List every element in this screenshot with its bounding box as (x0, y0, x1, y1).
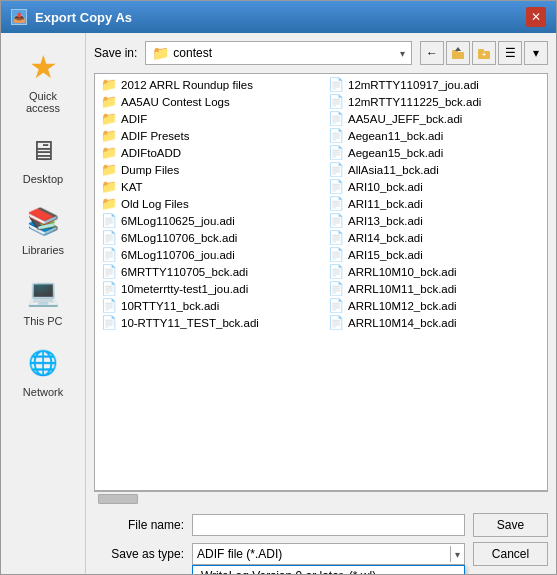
list-item[interactable]: 📄ARRL10M11_bck.adi (322, 280, 547, 297)
list-item[interactable]: 📄10meterrtty-test1_jou.adi (95, 280, 320, 297)
list-item[interactable]: 📄12mRTTY110917_jou.adi (322, 76, 547, 93)
document-icon: 📄 (328, 145, 344, 160)
list-item[interactable]: 📄6MLog110706_bck.adi (95, 229, 320, 246)
list-item[interactable]: 📁AA5AU Contest Logs (95, 93, 320, 110)
document-icon: 📄 (328, 264, 344, 279)
dialog-window: 📤 Export Copy As ✕ ★ Quick access 🖥 Desk… (0, 0, 557, 575)
file-name-text: ARRL10M11_bck.adi (348, 283, 457, 295)
list-item[interactable]: 📄Aegean15_bck.adi (322, 144, 547, 161)
file-name-text: ARRL10M10_bck.adi (348, 266, 457, 278)
file-name-text: 12mRTTY111225_bck.adi (348, 96, 481, 108)
list-item[interactable]: 📄12mRTTY111225_bck.adi (322, 93, 547, 110)
cancel-button-container: Cancel (473, 542, 548, 566)
list-item[interactable]: 📄10RTTY11_bck.adi (95, 297, 320, 314)
list-item[interactable]: 📄ARI14_bck.adi (322, 229, 547, 246)
list-item[interactable]: 📄ARI13_bck.adi (322, 212, 547, 229)
folder-icon: 📁 (101, 128, 117, 143)
title-bar: 📤 Export Copy As ✕ (1, 1, 556, 33)
dropdown-option[interactable]: WriteLog Version 9 or later. (*.wl) (193, 566, 464, 574)
list-item[interactable]: 📄Aegean11_bck.adi (322, 127, 547, 144)
dialog-body: ★ Quick access 🖥 Desktop 📚 Libraries 💻 (1, 33, 556, 574)
file-name-text: ADIFtoADD (121, 147, 181, 159)
file-name-label: File name: (94, 518, 184, 532)
list-item[interactable]: 📁Old Log Files (95, 195, 320, 212)
dropdown-arrow-icon: ▾ (450, 546, 460, 562)
list-item[interactable]: 📄AllAsia11_bck.adi (322, 161, 547, 178)
cancel-button[interactable]: Cancel (473, 542, 548, 566)
svg-rect-0 (452, 52, 464, 59)
file-name-input[interactable] (192, 514, 465, 536)
document-icon: 📄 (328, 281, 344, 296)
list-item[interactable]: 📄ARRL10M10_bck.adi (322, 263, 547, 280)
save-as-type-popup: WriteLog Version 9 or later. (*.wl)ADIF … (192, 565, 465, 574)
save-as-type-container: ADIF file (*.ADI) ▾ WriteLog Version 9 o… (192, 543, 465, 565)
sidebar-item-this-pc[interactable]: 💻 This PC (3, 266, 83, 333)
save-in-dropdown[interactable]: 📁 contest ▾ (145, 41, 412, 65)
folder-icon: 📁 (101, 145, 117, 160)
file-name-text: ARRL10M12_bck.adi (348, 300, 457, 312)
network-icon: 🌐 (23, 343, 63, 383)
list-item[interactable]: 📁Dump Files (95, 161, 320, 178)
sidebar-item-libraries[interactable]: 📚 Libraries (3, 195, 83, 262)
view-button[interactable]: ☰ (498, 41, 522, 65)
folder-icon: 📁 (101, 111, 117, 126)
file-name-text: AA5AU Contest Logs (121, 96, 230, 108)
sidebar-item-desktop[interactable]: 🖥 Desktop (3, 124, 83, 191)
save-in-row: Save in: 📁 contest ▾ ← (94, 41, 548, 65)
file-name-text: ARI10_bck.adi (348, 181, 423, 193)
list-item[interactable]: 📄ARI10_bck.adi (322, 178, 547, 195)
save-button[interactable]: Save (473, 513, 548, 537)
document-icon: 📄 (328, 179, 344, 194)
file-name-text: 6MLog110625_jou.adi (121, 215, 235, 227)
file-name-text: 6MLog110706_jou.adi (121, 249, 235, 261)
save-in-value: contest (173, 46, 396, 60)
view-options-button[interactable]: ▾ (524, 41, 548, 65)
sidebar-item-network[interactable]: 🌐 Network (3, 337, 83, 404)
list-item[interactable]: 📄AA5AU_JEFF_bck.adi (322, 110, 547, 127)
sidebar-label-libraries: Libraries (22, 244, 64, 256)
list-item[interactable]: 📄ARRL10M12_bck.adi (322, 297, 547, 314)
save-as-type-label: Save as type: (94, 547, 184, 561)
up-folder-icon (451, 46, 465, 60)
scroll-thumb[interactable] (98, 494, 138, 504)
title-bar-left: 📤 Export Copy As (11, 9, 132, 25)
star-icon: ★ (23, 47, 63, 87)
file-name-text: ADIF Presets (121, 130, 189, 142)
document-icon: 📄 (101, 315, 117, 330)
list-item[interactable]: 📁2012 ARRL Roundup files (95, 76, 320, 93)
list-item[interactable]: 📄10-RTTY11_TEST_bck.adi (95, 314, 320, 331)
file-name-text: AllAsia11_bck.adi (348, 164, 439, 176)
up-button[interactable] (446, 41, 470, 65)
horizontal-scrollbar[interactable] (94, 491, 548, 505)
right-file-column[interactable]: 📄12mRTTY110917_jou.adi📄12mRTTY111225_bck… (322, 74, 547, 490)
document-icon: 📄 (328, 230, 344, 245)
list-item[interactable]: 📁ADIF (95, 110, 320, 127)
new-folder-button[interactable]: + (472, 41, 496, 65)
list-item[interactable]: 📄6MLog110625_jou.adi (95, 212, 320, 229)
file-name-text: ARRL10M14_bck.adi (348, 317, 457, 329)
sidebar-item-quick-access[interactable]: ★ Quick access (3, 41, 83, 120)
save-as-type-dropdown[interactable]: ADIF file (*.ADI) ▾ (192, 543, 465, 565)
main-area: Save in: 📁 contest ▾ ← (86, 33, 556, 574)
list-item[interactable]: 📁ADIFtoADD (95, 144, 320, 161)
document-icon: 📄 (328, 128, 344, 143)
list-item[interactable]: 📄ARRL10M14_bck.adi (322, 314, 547, 331)
sidebar-label-network: Network (23, 386, 63, 398)
sidebar-label-quick-access: Quick access (11, 90, 75, 114)
file-list-area: 📁2012 ARRL Roundup files📁AA5AU Contest L… (94, 73, 548, 491)
file-name-text: Aegean11_bck.adi (348, 130, 443, 142)
file-name-text: ARI15_bck.adi (348, 249, 423, 261)
list-item[interactable]: 📄ARI11_bck.adi (322, 195, 547, 212)
back-button[interactable]: ← (420, 41, 444, 65)
left-file-column[interactable]: 📁2012 ARRL Roundup files📁AA5AU Contest L… (95, 74, 320, 490)
file-name-text: KAT (121, 181, 143, 193)
list-item[interactable]: 📄ARI15_bck.adi (322, 246, 547, 263)
file-name-text: 10meterrtty-test1_jou.adi (121, 283, 248, 295)
list-item[interactable]: 📄6MRTTY110705_bck.adi (95, 263, 320, 280)
close-button[interactable]: ✕ (526, 7, 546, 27)
list-item[interactable]: 📁KAT (95, 178, 320, 195)
file-name-text: Old Log Files (121, 198, 189, 210)
list-item[interactable]: 📁ADIF Presets (95, 127, 320, 144)
list-item[interactable]: 📄6MLog110706_jou.adi (95, 246, 320, 263)
document-icon: 📄 (328, 298, 344, 313)
